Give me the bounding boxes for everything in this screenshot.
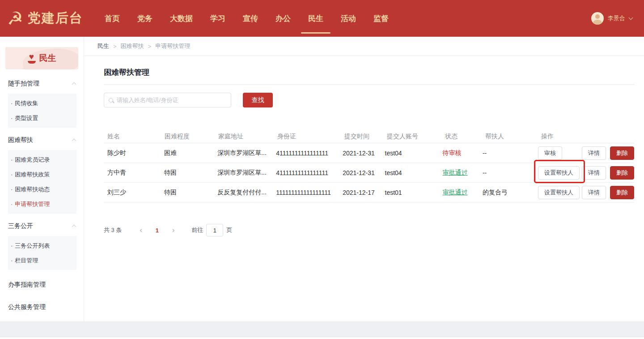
section-label: 随手拍管理 — [8, 80, 39, 88]
title-divider — [104, 84, 634, 85]
sidebar-section-three-affairs[interactable]: 三务公开 — [0, 217, 84, 235]
submenu-snapshot: · 民情收集 · 类型设置 — [8, 94, 76, 128]
sidebar: ♥ 民生 随手拍管理 · 民情收集 · 类型设置 困难帮扶 · — [0, 37, 84, 322]
breadcrumb-livelihood[interactable]: 民生 — [97, 42, 109, 50]
breadcrumb-separator: > — [113, 43, 117, 50]
chevron-up-icon — [72, 139, 76, 143]
page-number-current[interactable]: 1 — [156, 227, 159, 234]
cell-submit-time: 2021-12-17 — [339, 189, 381, 196]
search-input[interactable] — [117, 97, 231, 103]
page-unit-label: 页 — [226, 226, 232, 234]
nav-item-home[interactable]: 首页 — [104, 0, 121, 37]
section-label: 三务公开 — [8, 222, 33, 230]
chevron-up-icon — [72, 82, 76, 87]
goto-page-input[interactable] — [206, 224, 223, 236]
col-level: 困难程度 — [161, 133, 215, 141]
sidebar-item-assist-policy[interactable]: · 困难帮扶政策 — [8, 167, 76, 182]
set-helper-button[interactable]: 设置帮扶人 — [538, 186, 580, 199]
delete-button[interactable]: 删除 — [610, 186, 634, 199]
cell-address: 深圳市罗湖区草... — [214, 149, 272, 157]
cell-name: 刘三少 — [104, 189, 161, 197]
nav-item-party-affairs[interactable]: 党务 — [136, 0, 153, 37]
nav-item-publicity[interactable]: 宣传 — [242, 0, 259, 37]
sidebar-item-type-settings[interactable]: · 类型设置 — [8, 111, 76, 125]
hammer-sickle-icon: ☭ — [7, 9, 23, 27]
search-box — [104, 93, 231, 107]
col-helper: 帮扶人 — [482, 133, 538, 141]
cell-helper: -- — [479, 150, 534, 157]
footer-strip — [0, 322, 644, 339]
nav-item-study[interactable]: 学习 — [209, 0, 226, 37]
table-header-row: 姓名 困难程度 家庭地址 身份证 提交时间 提交人账号 状态 帮扶人 操作 — [104, 130, 634, 143]
detail-button[interactable]: 详情 — [582, 146, 606, 160]
sidebar-section-snapshot-mgmt[interactable]: 随手拍管理 — [0, 75, 84, 93]
col-status: 状态 — [441, 133, 482, 141]
status-badge[interactable]: 审批通过 — [443, 169, 468, 176]
top-nav: 首页 党务 大数据 学习 宣传 办公 民生 活动 监督 — [104, 0, 390, 37]
page-title: 困难帮扶管理 — [104, 67, 634, 77]
table-row: 陈少时 困难 深圳市罗湖区草... 41111111111111111 2021… — [104, 143, 634, 163]
review-button[interactable]: 审核 — [538, 146, 562, 160]
section-label: 困难帮扶 — [8, 136, 33, 144]
submenu-three-affairs: · 三务公开列表 · 栏目管理 — [8, 236, 76, 270]
sidebar-item-member-records[interactable]: · 困难党员记录 — [8, 152, 76, 167]
search-icon — [109, 98, 113, 103]
sidebar-section-difficulty-assist[interactable]: 困难帮扶 — [0, 131, 84, 149]
sidebar-banner-livelihood: ♥ 民生 — [5, 47, 78, 69]
cell-helper: -- — [479, 169, 534, 176]
sidebar-item-assist-news[interactable]: · 困难帮扶动态 — [8, 182, 76, 197]
submenu-difficulty-assist: · 困难党员记录 · 困难帮扶政策 · 困难帮扶动态 · 申请帮扶管理 — [8, 150, 76, 214]
prev-page-icon[interactable]: ‹ — [140, 227, 142, 234]
breadcrumb-separator: > — [148, 43, 152, 50]
col-submit-time: 提交时间 — [341, 133, 383, 141]
top-header: ☭ 党建后台 首页 党务 大数据 学习 宣传 办公 民生 活动 监督 李景合 — [0, 0, 644, 37]
cell-level: 特困 — [161, 169, 214, 177]
goto-label: 前往 — [191, 226, 203, 234]
col-actions: 操作 — [538, 133, 634, 141]
nav-item-livelihood[interactable]: 民生 — [307, 0, 324, 37]
next-page-icon[interactable]: › — [172, 227, 174, 234]
status-badge[interactable]: 审批通过 — [443, 189, 468, 196]
cell-submitter: test04 — [381, 169, 439, 176]
table-row: 刘三少 特困 反反复复付付付... 111111111111111111 202… — [104, 183, 634, 202]
breadcrumb-apply-assist-mgmt[interactable]: 申请帮扶管理 — [155, 42, 190, 50]
status-badge: 待审核 — [443, 149, 462, 156]
total-count: 共 3 条 — [104, 226, 122, 234]
nav-item-supervision[interactable]: 监督 — [373, 0, 390, 37]
assist-table: 姓名 困难程度 家庭地址 身份证 提交时间 提交人账号 状态 帮扶人 操作 陈少… — [104, 130, 634, 202]
sidebar-item-apply-assist-mgmt[interactable]: · 申请帮扶管理 — [8, 197, 76, 211]
sidebar-item-public-service-mgmt[interactable]: 公共服务管理 — [0, 296, 84, 318]
user-name: 李景合 — [608, 14, 625, 22]
cell-id-number: 111111111111111111 — [272, 189, 339, 196]
pagination: 共 3 条 ‹ 1 › 前往 页 — [104, 224, 634, 236]
breadcrumb-difficulty-assist[interactable]: 困难帮扶 — [121, 42, 144, 50]
set-helper-button[interactable]: 设置帮扶人 — [538, 166, 580, 180]
banner-label: 民生 — [39, 52, 56, 64]
cell-address: 反反复复付付付... — [214, 189, 272, 197]
main-panel: 民生 > 困难帮扶 > 申请帮扶管理 困难帮扶管理 查找 姓名 困难程度 — [84, 37, 644, 322]
user-menu[interactable]: 李景合 — [591, 12, 632, 25]
sidebar-item-public-sentiment[interactable]: · 民情收集 — [8, 96, 76, 111]
sidebar-item-column-mgmt[interactable]: · 栏目管理 — [8, 253, 76, 268]
sidebar-item-guide-mgmt[interactable]: 办事指南管理 — [0, 274, 84, 296]
col-id-number: 身份证 — [274, 133, 341, 141]
detail-button[interactable]: 详情 — [582, 186, 606, 199]
cell-submit-time: 2021-12-31 — [339, 169, 381, 176]
sidebar-item-three-affairs-list[interactable]: · 三务公开列表 — [8, 238, 76, 253]
search-button[interactable]: 查找 — [243, 93, 273, 107]
sidebar-item-message-suggestion-mgmt[interactable]: 留言建议管理 — [0, 318, 84, 322]
cell-submitter: test04 — [381, 150, 439, 157]
breadcrumb: 民生 > 困难帮扶 > 申请帮扶管理 — [84, 37, 644, 56]
delete-button[interactable]: 删除 — [610, 166, 634, 180]
nav-item-office[interactable]: 办公 — [275, 0, 292, 37]
heart-hands-icon: ♥ — [28, 53, 36, 64]
detail-button[interactable]: 详情 — [582, 166, 606, 180]
delete-button[interactable]: 删除 — [610, 146, 634, 160]
nav-item-big-data[interactable]: 大数据 — [169, 0, 194, 37]
cell-id-number: 41111111111111111 — [272, 169, 339, 176]
col-address: 家庭地址 — [215, 133, 274, 141]
cell-level: 特困 — [161, 189, 214, 197]
chevron-up-icon — [72, 225, 76, 229]
nav-item-activities[interactable]: 活动 — [340, 0, 357, 37]
col-submitter: 提交人账号 — [383, 133, 441, 141]
